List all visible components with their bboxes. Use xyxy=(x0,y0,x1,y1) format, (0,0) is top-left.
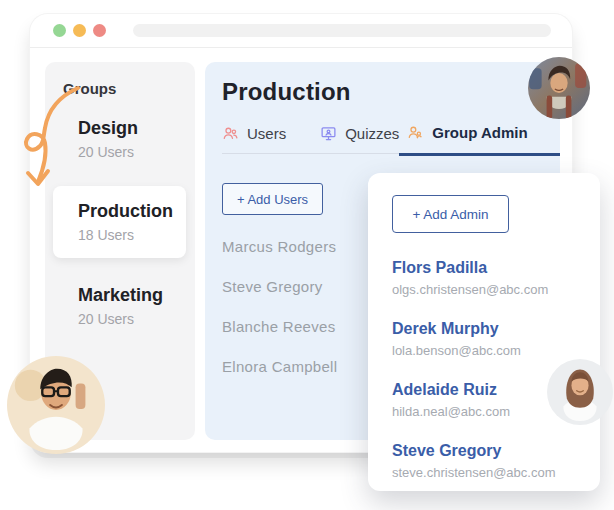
quizzes-icon xyxy=(320,125,337,142)
admin-entry: Steve Gregory steve.christensen@abc.com xyxy=(392,442,576,480)
traffic-light-green-icon[interactable] xyxy=(53,24,66,37)
tab-label: Group Admin xyxy=(432,124,527,141)
tab-label: Users xyxy=(247,125,286,142)
avatar-man-glasses xyxy=(7,356,105,454)
admin-entry: Flors Padilla olgs.christensen@abc.com xyxy=(392,259,576,297)
group-name: Design xyxy=(78,118,195,139)
group-name: Production xyxy=(78,201,186,222)
group-user-count: 18 Users xyxy=(78,227,186,243)
page-title: Production xyxy=(222,78,560,106)
add-users-button[interactable]: + Add Users xyxy=(222,183,323,215)
admin-name[interactable]: Derek Murphy xyxy=(392,320,576,338)
admin-email: steve.christensen@abc.com xyxy=(392,465,576,480)
group-user-count: 20 Users xyxy=(78,311,195,327)
tab-bar: Users Quizzes xyxy=(222,124,560,154)
admin-email: olgs.christensen@abc.com xyxy=(392,282,576,297)
admin-email: hilda.neal@abc.com xyxy=(392,404,576,419)
url-bar[interactable] xyxy=(133,24,551,37)
sidebar-item-marketing[interactable]: Marketing 20 Users xyxy=(45,285,195,327)
admin-email: lola.benson@abc.com xyxy=(392,343,576,358)
group-user-count: 20 Users xyxy=(78,144,195,160)
admin-entry: Derek Murphy lola.benson@abc.com xyxy=(392,320,576,358)
tab-users[interactable]: Users xyxy=(222,125,286,154)
tab-group-admin[interactable]: Group Admin xyxy=(399,124,560,156)
group-admin-icon xyxy=(407,124,424,141)
admin-name[interactable]: Flors Padilla xyxy=(392,259,576,277)
tab-quizzes[interactable]: Quizzes xyxy=(320,125,399,154)
avatar-woman xyxy=(547,359,613,425)
curved-arrow-decoration xyxy=(12,78,88,202)
add-admin-button[interactable]: + Add Admin xyxy=(392,195,509,233)
traffic-light-yellow-icon[interactable] xyxy=(73,24,86,37)
browser-topbar xyxy=(30,14,572,48)
users-icon xyxy=(222,125,239,142)
page: Groups Design 20 Users Production 18 Use… xyxy=(0,0,614,510)
group-name: Marketing xyxy=(78,285,195,306)
avatar-man-curly-hair xyxy=(528,57,590,119)
traffic-light-red-icon[interactable] xyxy=(93,24,106,37)
tab-label: Quizzes xyxy=(345,125,399,142)
admin-name[interactable]: Steve Gregory xyxy=(392,442,576,460)
group-admin-card: + Add Admin Flors Padilla olgs.christens… xyxy=(368,173,600,491)
